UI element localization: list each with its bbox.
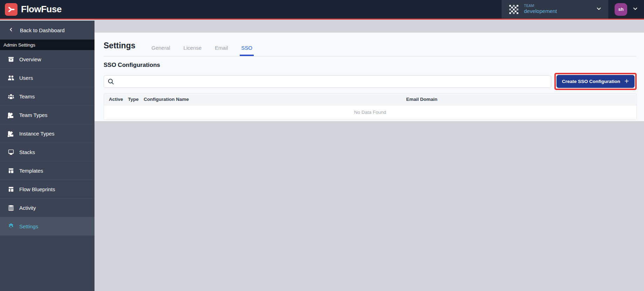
activity-icon <box>8 205 14 211</box>
create-sso-button-label: Create SSO Configuration <box>562 79 620 84</box>
sidebar-item-stacks[interactable]: Stacks <box>0 143 94 161</box>
sidebar-item-label: Flow Blueprints <box>19 186 55 192</box>
sidebar-item-overview[interactable]: Overview <box>0 50 94 69</box>
sidebar-item-label: Templates <box>19 168 43 174</box>
flowfuse-logo-icon <box>5 3 18 16</box>
back-to-dashboard[interactable]: Back to Dashboard <box>0 21 94 40</box>
create-sso-button[interactable]: Create SSO Configuration <box>556 75 635 88</box>
search-input[interactable] <box>104 75 551 88</box>
settings-header-row: Settings General License Email SSO <box>104 40 637 56</box>
sidebar-item-templates[interactable]: Templates <box>0 161 94 180</box>
sidebar-item-team-types[interactable]: Team Types <box>0 106 94 124</box>
sidebar: Back to Dashboard Admin Settings Overvie… <box>0 21 94 291</box>
chevron-left-icon <box>8 27 14 33</box>
col-configuration-name: Configuration Name <box>139 93 401 105</box>
team-avatar <box>508 4 520 15</box>
sidebar-nav: Overview Users Teams Team Types Instance… <box>0 50 94 236</box>
user-menu[interactable]: sh <box>608 0 644 19</box>
brand-name: FlowFuse <box>21 4 62 15</box>
app-header: FlowFuse <box>0 0 644 20</box>
sidebar-item-label: Stacks <box>19 149 35 155</box>
section-title: SSO Configurations <box>104 62 637 69</box>
sidebar-item-label: Instance Types <box>19 131 55 137</box>
templates-icon <box>8 167 14 174</box>
users-icon <box>8 75 14 81</box>
user-chevron-down-icon <box>632 6 638 13</box>
sidebar-item-label: Users <box>19 75 33 81</box>
page-title: Settings <box>104 40 135 56</box>
team-chevron-down-icon <box>596 6 602 13</box>
col-active: Active <box>104 93 123 105</box>
back-label: Back to Dashboard <box>20 27 65 33</box>
sidebar-item-label: Teams <box>19 93 35 99</box>
team-selector[interactable]: TEAM: developement <box>502 0 608 19</box>
sidebar-item-label: Settings <box>19 223 38 229</box>
team-label: TEAM: <box>524 4 557 8</box>
settings-tabs: General License Email SSO <box>152 40 252 56</box>
team-name: developement <box>524 8 557 15</box>
admin-settings-label: Admin Settings <box>0 40 94 50</box>
app-window: FlowFuse <box>0 0 644 291</box>
search-icon <box>107 78 114 86</box>
overview-icon <box>8 56 14 63</box>
empty-state: No Data Found <box>104 105 636 120</box>
instance-types-icon <box>8 130 14 137</box>
search-row: Create SSO Configuration <box>104 73 637 90</box>
user-avatar[interactable]: sh <box>615 3 627 16</box>
sidebar-item-label: Activity <box>19 205 36 211</box>
plus-icon <box>624 78 629 85</box>
sidebar-item-activity[interactable]: Activity <box>0 199 94 217</box>
sidebar-item-flow-blueprints[interactable]: Flow Blueprints <box>0 180 94 199</box>
sso-table: Active Type Configuration Name Email Dom… <box>104 93 637 120</box>
col-email-domain: Email Domain <box>401 93 636 105</box>
sidebar-item-instance-types[interactable]: Instance Types <box>0 124 94 143</box>
sidebar-item-label: Team Types <box>19 112 48 118</box>
brand[interactable]: FlowFuse <box>5 3 62 16</box>
tab-email[interactable]: Email <box>215 40 228 56</box>
tab-license[interactable]: License <box>183 40 202 56</box>
team-types-icon <box>8 112 14 118</box>
main-area: Settings General License Email SSO SSO C… <box>94 21 644 291</box>
empty-row: No Data Found <box>104 105 636 120</box>
flow-blueprints-icon <box>8 186 14 193</box>
table-header-row: Active Type Configuration Name Email Dom… <box>104 93 636 105</box>
tab-sso[interactable]: SSO <box>241 40 252 56</box>
sidebar-item-teams[interactable]: Teams <box>0 87 94 106</box>
gear-icon <box>8 223 14 230</box>
settings-panel: Settings General License Email SSO SSO C… <box>94 33 644 121</box>
stacks-icon <box>8 149 14 155</box>
sidebar-item-label: Overview <box>19 56 41 62</box>
teams-icon <box>8 93 14 100</box>
sidebar-item-users[interactable]: Users <box>0 69 94 87</box>
tab-general[interactable]: General <box>152 40 170 56</box>
col-type: Type <box>123 93 139 105</box>
sidebar-item-settings[interactable]: Settings <box>0 217 94 236</box>
annotation-highlight: Create SSO Configuration <box>554 73 637 90</box>
